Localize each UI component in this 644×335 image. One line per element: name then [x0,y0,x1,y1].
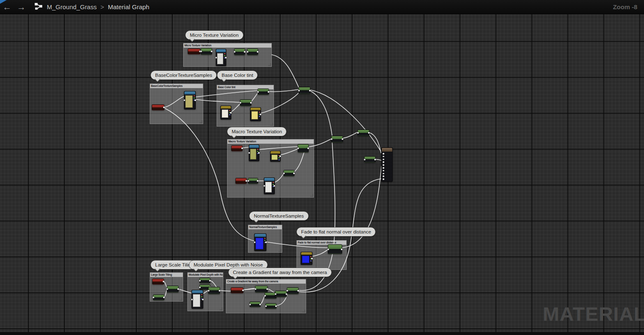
macro-op2-node[interactable] [248,178,258,184]
macro-lerp-node[interactable] [284,170,294,176]
modulate-texsample-node[interactable] [192,290,203,309]
output-pin[interactable] [163,297,165,298]
output-pin[interactable] [257,180,258,182]
input-pin[interactable] [240,102,241,104]
output-pin[interactable] [368,132,370,134]
comment-resize-handle[interactable] [179,298,182,301]
comment-bubble-normaltexturesamples[interactable]: NormalTextureSamples [249,211,309,221]
input-pin[interactable] [275,293,276,295]
comment-bubble-base-color-tint[interactable]: Base Color tint [217,71,258,80]
comment-bubble-micro-texture-variation[interactable]: Micro Texture Variation [185,30,243,40]
basecolor-texcoord-node[interactable] [152,104,164,110]
output-pin[interactable] [265,241,267,243]
output-pin[interactable] [275,305,277,307]
output-pin[interactable] [309,90,311,91]
material-input-pin-2[interactable] [383,159,384,160]
comment-resize-handle[interactable] [279,249,281,252]
input-pin[interactable] [249,304,251,305]
output-pin[interactable] [311,258,313,259]
material-input-pin-9[interactable] [383,178,384,180]
output-pin[interactable] [242,289,244,291]
output-pin[interactable] [244,51,245,53]
comment-bubble-macro-texture-variation[interactable]: Macro Texture Variation [227,127,286,136]
macro-texsample1-node[interactable] [249,145,259,161]
output-pin[interactable] [342,138,343,140]
graph-canvas[interactable] [0,0,644,335]
output-pin[interactable] [273,185,275,187]
comment-resize-handle[interactable] [302,310,305,312]
input-pin[interactable] [184,99,185,101]
output-pin[interactable] [341,249,342,250]
output-pin[interactable] [279,155,281,157]
input-pin[interactable] [248,152,250,154]
output-pin[interactable] [211,51,212,52]
input-pin[interactable] [153,297,154,298]
output-pin[interactable] [374,159,376,160]
macro-param-node[interactable] [270,151,281,162]
output-pin[interactable] [202,299,204,300]
comment-resize-handle[interactable] [220,307,222,310]
output-pin[interactable] [245,180,247,182]
micro-texcoord-node[interactable] [188,48,200,54]
comment-resize-handle[interactable] [343,266,346,269]
gradient-texcoord-node[interactable] [231,287,243,293]
material-input-pin-1[interactable] [383,156,384,157]
input-pin[interactable] [208,290,210,292]
comment-resize-handle[interactable] [310,194,313,197]
comment-resize-handle[interactable] [199,120,202,123]
material-output-node[interactable] [381,147,393,182]
tint-multiply-node[interactable] [240,99,251,106]
modulate-op1-node[interactable] [199,278,210,283]
micro-op1-node[interactable] [201,48,212,55]
input-pin[interactable] [248,180,249,182]
input-pin[interactable] [254,241,256,243]
input-pin[interactable] [255,288,256,290]
output-pin[interactable] [230,112,232,114]
output-pin[interactable] [194,99,196,101]
blend-op-b-node[interactable] [331,136,343,142]
tint-const-yellow-node[interactable] [250,107,261,121]
input-pin[interactable] [283,173,285,174]
comment-bubble-fade-to-flat-normal-over-distance[interactable]: Fade to flat normal over distance [296,227,376,236]
output-pin[interactable] [209,280,211,282]
blend-op-c-node[interactable] [358,129,369,136]
comment-resize-handle[interactable] [268,63,271,66]
input-pin[interactable] [166,288,168,290]
normal-texsample-node[interactable] [254,233,266,251]
micro-op2-node[interactable] [234,48,245,55]
output-pin[interactable] [268,91,269,93]
output-pin[interactable] [307,147,309,149]
output-pin[interactable] [219,290,220,292]
material-input-pin-0[interactable] [383,153,384,155]
input-pin[interactable] [191,299,193,300]
comment-bubble-basecolortexturesamples[interactable]: BaseColorTextureSamples [151,71,217,80]
input-pin[interactable] [199,287,201,288]
comment-resize-handle[interactable] [270,123,273,126]
gradient-op3-node[interactable] [275,291,287,297]
gradient-op6-node[interactable] [266,303,276,309]
gradient-op5-node[interactable] [250,302,261,307]
input-pin[interactable] [364,159,365,160]
input-pin[interactable] [297,147,299,149]
macro-multiply-node[interactable] [298,144,309,152]
input-pin[interactable] [215,57,217,58]
largescale-op2-node[interactable] [153,294,164,300]
blend-op-a-node[interactable] [299,87,310,94]
output-pin[interactable] [257,51,258,53]
breadcrumb-asset-name[interactable]: M_Ground_Grass [47,3,97,10]
output-pin[interactable] [250,102,252,104]
output-pin[interactable] [259,304,261,305]
input-pin[interactable] [298,90,300,91]
gradient-op1-node[interactable] [255,286,268,292]
output-pin[interactable] [258,152,260,154]
output-pin[interactable] [293,173,295,174]
material-input-pin-3[interactable] [383,161,384,163]
fade-param-node[interactable] [301,252,312,265]
micro-op3-node[interactable] [247,48,258,55]
micro-texsample-node[interactable] [216,49,226,66]
input-pin[interactable] [286,290,288,292]
material-input-pin-8[interactable] [383,175,384,177]
macro-texsample2-node[interactable] [264,178,275,194]
material-input-pin-6[interactable] [383,170,384,172]
output-pin[interactable] [225,57,227,58]
